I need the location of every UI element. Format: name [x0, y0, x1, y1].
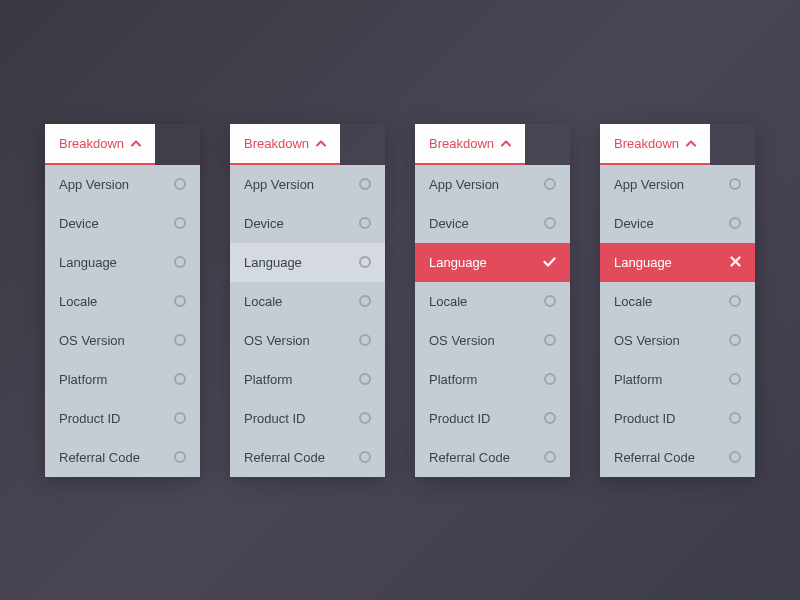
- radio-icon: [174, 256, 186, 268]
- dropdown-item[interactable]: Referral Code: [600, 438, 755, 477]
- radio-icon: [174, 412, 186, 424]
- radio-icon: [729, 451, 741, 463]
- dropdown-item-label: Platform: [429, 372, 477, 387]
- dropdown-item[interactable]: Locale: [600, 282, 755, 321]
- dropdown-item[interactable]: Referral Code: [230, 438, 385, 477]
- dropdown-item-label: Device: [244, 216, 284, 231]
- radio-icon: [174, 178, 186, 190]
- dropdown-item-label: Referral Code: [244, 450, 325, 465]
- radio-icon: [729, 373, 741, 385]
- radio-icon: [544, 412, 556, 424]
- close-icon[interactable]: [730, 255, 741, 270]
- dropdown-item[interactable]: Locale: [230, 282, 385, 321]
- dropdown-item[interactable]: App Version: [600, 165, 755, 204]
- dropdown-item[interactable]: Platform: [45, 360, 200, 399]
- dropdown-item[interactable]: Referral Code: [45, 438, 200, 477]
- dropdown-item[interactable]: Language: [45, 243, 200, 282]
- dropdown-item[interactable]: Referral Code: [415, 438, 570, 477]
- dropdown-item-label: OS Version: [244, 333, 310, 348]
- radio-icon: [729, 412, 741, 424]
- radio-icon: [359, 295, 371, 307]
- dropdown-item-label: Referral Code: [429, 450, 510, 465]
- dropdown-item-label: OS Version: [429, 333, 495, 348]
- radio-icon: [544, 178, 556, 190]
- dropdown-item[interactable]: Product ID: [230, 399, 385, 438]
- dropdown-item[interactable]: Platform: [415, 360, 570, 399]
- dropdown-item-label: Locale: [614, 294, 652, 309]
- dropdown-showcase: BreakdownApp VersionDeviceLanguageLocale…: [5, 124, 795, 477]
- dropdown-item[interactable]: Locale: [415, 282, 570, 321]
- dropdown-item-label: Language: [429, 255, 487, 270]
- dropdown-item[interactable]: Product ID: [45, 399, 200, 438]
- dropdown-item-label: Device: [59, 216, 99, 231]
- dropdown-header[interactable]: Breakdown: [230, 124, 340, 165]
- dropdown-item[interactable]: Product ID: [415, 399, 570, 438]
- dropdown-item[interactable]: Language: [415, 243, 570, 282]
- chevron-up-icon: [316, 137, 326, 149]
- dropdown-item[interactable]: OS Version: [415, 321, 570, 360]
- radio-icon: [544, 451, 556, 463]
- dropdown-item[interactable]: Locale: [45, 282, 200, 321]
- dropdown-item[interactable]: App Version: [230, 165, 385, 204]
- check-icon: [543, 255, 556, 270]
- dropdown-title: Breakdown: [614, 136, 679, 151]
- dropdown-item-label: Referral Code: [59, 450, 140, 465]
- dropdown-title: Breakdown: [244, 136, 309, 151]
- radio-icon: [544, 373, 556, 385]
- dropdown-item-label: Product ID: [429, 411, 490, 426]
- radio-icon: [729, 178, 741, 190]
- dropdown-item-label: Language: [244, 255, 302, 270]
- dropdown-item[interactable]: Language: [230, 243, 385, 282]
- dropdown-item-label: OS Version: [614, 333, 680, 348]
- breakdown-dropdown: BreakdownApp VersionDeviceLanguageLocale…: [415, 124, 570, 477]
- dropdown-item[interactable]: OS Version: [45, 321, 200, 360]
- dropdown-item-label: Platform: [614, 372, 662, 387]
- dropdown-item[interactable]: OS Version: [600, 321, 755, 360]
- radio-icon: [174, 217, 186, 229]
- chevron-up-icon: [131, 137, 141, 149]
- dropdown-item-label: App Version: [614, 177, 684, 192]
- radio-icon: [729, 334, 741, 346]
- dropdown-item-label: App Version: [244, 177, 314, 192]
- dropdown-item[interactable]: Language: [600, 243, 755, 282]
- dropdown-item-label: Locale: [244, 294, 282, 309]
- dropdown-item[interactable]: Device: [45, 204, 200, 243]
- dropdown-item-label: Product ID: [59, 411, 120, 426]
- dropdown-item-label: Language: [59, 255, 117, 270]
- dropdown-item-label: App Version: [429, 177, 499, 192]
- radio-icon: [544, 217, 556, 229]
- breakdown-dropdown: BreakdownApp VersionDeviceLanguageLocale…: [45, 124, 200, 477]
- radio-icon: [359, 451, 371, 463]
- radio-icon: [359, 178, 371, 190]
- dropdown-item[interactable]: App Version: [45, 165, 200, 204]
- dropdown-header[interactable]: Breakdown: [45, 124, 155, 165]
- chevron-up-icon: [686, 137, 696, 149]
- dropdown-item-label: Platform: [59, 372, 107, 387]
- radio-icon: [729, 295, 741, 307]
- dropdown-item[interactable]: Device: [600, 204, 755, 243]
- dropdown-item[interactable]: Platform: [230, 360, 385, 399]
- dropdown-item[interactable]: Product ID: [600, 399, 755, 438]
- dropdown-list: App VersionDeviceLanguageLocaleOS Versio…: [600, 165, 755, 477]
- dropdown-list: App VersionDeviceLanguageLocaleOS Versio…: [230, 165, 385, 477]
- dropdown-header[interactable]: Breakdown: [415, 124, 525, 165]
- dropdown-header[interactable]: Breakdown: [600, 124, 710, 165]
- dropdown-item[interactable]: Device: [415, 204, 570, 243]
- dropdown-item-label: Product ID: [614, 411, 675, 426]
- radio-icon: [174, 451, 186, 463]
- radio-icon: [544, 334, 556, 346]
- radio-icon: [174, 373, 186, 385]
- radio-icon: [729, 217, 741, 229]
- dropdown-item[interactable]: Platform: [600, 360, 755, 399]
- dropdown-item[interactable]: App Version: [415, 165, 570, 204]
- dropdown-item[interactable]: OS Version: [230, 321, 385, 360]
- dropdown-item-label: OS Version: [59, 333, 125, 348]
- radio-icon: [359, 217, 371, 229]
- radio-icon: [359, 256, 371, 268]
- dropdown-item-label: Platform: [244, 372, 292, 387]
- radio-icon: [359, 334, 371, 346]
- radio-icon: [544, 295, 556, 307]
- dropdown-item-label: Device: [614, 216, 654, 231]
- dropdown-item[interactable]: Device: [230, 204, 385, 243]
- dropdown-item-label: App Version: [59, 177, 129, 192]
